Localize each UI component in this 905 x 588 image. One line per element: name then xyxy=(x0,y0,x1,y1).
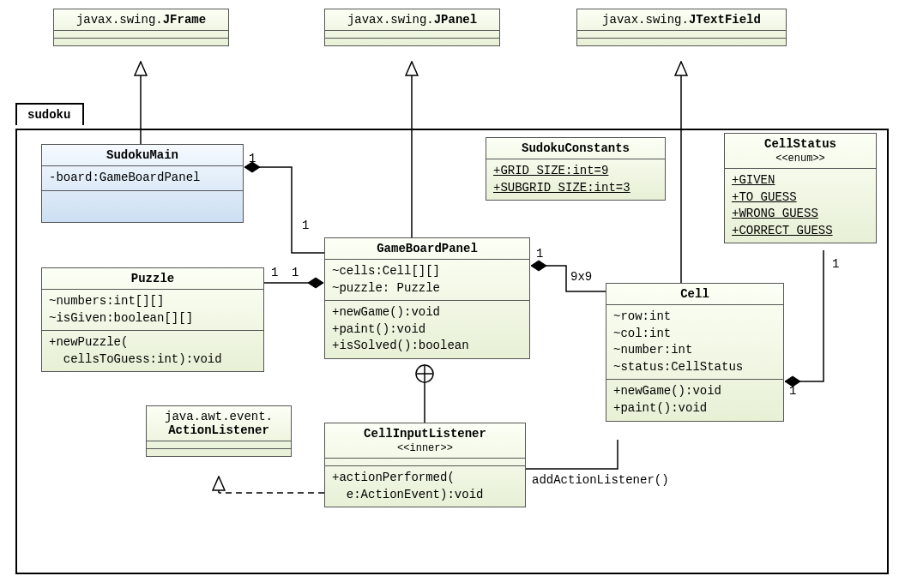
jtextfield-pkg: javax.swing. xyxy=(602,13,689,27)
class-sudokuconstants: SudokuConstants +GRID_SIZE:int=9 +SUBGRI… xyxy=(486,137,666,201)
cell-name: Cell xyxy=(680,287,709,301)
empty-section xyxy=(42,191,243,222)
jframe-pkg: javax.swing. xyxy=(76,13,163,27)
empty-section xyxy=(577,31,786,39)
gbp-ops: +newGame():void +paint():void +isSolved(… xyxy=(325,301,529,358)
cellstatus-stereo: <<enum>> xyxy=(775,153,825,165)
puzzle-name: Puzzle xyxy=(131,272,174,285)
empty-section xyxy=(147,449,291,456)
cellstatus-name: CellStatus xyxy=(764,137,836,151)
class-jtextfield: javax.swing.JTextField xyxy=(576,9,787,46)
al-cls: ActionListener xyxy=(168,423,269,437)
al-pkg: java.awt.event. xyxy=(165,410,273,423)
class-cellinputlistener: CellInputListener<<inner>> +actionPerfor… xyxy=(324,423,526,507)
empty-section xyxy=(325,39,499,45)
class-actionlistener: java.awt.event.ActionListener xyxy=(146,405,292,457)
enum-correctguess: +CORRECT_GUESS xyxy=(732,224,833,237)
cil-name: CellInputListener xyxy=(364,427,486,441)
class-sudokumain: SudokuMain -board:GameBoardPanel xyxy=(41,144,244,223)
package-name: sudoku xyxy=(27,108,70,122)
jframe-cls: JFrame xyxy=(163,13,206,27)
empty-section xyxy=(54,31,228,39)
empty-section xyxy=(325,459,525,466)
mult-gbp-cell-dst: 9x9 xyxy=(570,270,592,284)
gbp-name: GameBoardPanel xyxy=(377,242,478,255)
mult-sm-gbp-src: 1 xyxy=(249,152,256,165)
jpanel-pkg: javax.swing. xyxy=(347,13,434,27)
puzzle-ops: +newPuzzle( cellsToGuess:int):void xyxy=(42,331,263,371)
empty-section xyxy=(147,441,291,449)
cell-attrs: ~row:int ~col:int ~number:int ~status:Ce… xyxy=(606,305,783,380)
class-puzzle: Puzzle ~numbers:int[][] ~isGiven:boolean… xyxy=(41,267,264,372)
enum-wrongguess: +WRONG_GUESS xyxy=(732,207,818,220)
mult-gbp-cell-src: 1 xyxy=(536,247,543,261)
mult-gbp-puzzle-dst: 1 xyxy=(271,266,278,279)
const-gridsize: +GRID_SIZE:int=9 xyxy=(493,164,608,177)
enum-given: +GIVEN xyxy=(732,173,775,187)
class-gameboardpanel: GameBoardPanel ~cells:Cell[][] ~puzzle: … xyxy=(324,237,530,359)
empty-section xyxy=(54,39,228,45)
empty-section xyxy=(577,39,786,45)
mult-cell-status-src: 1 xyxy=(789,384,796,398)
class-jframe: javax.swing.JFrame xyxy=(53,9,229,46)
puzzle-attrs: ~numbers:int[][] ~isGiven:boolean[][] xyxy=(42,290,263,331)
sudokuconstants-name: SudokuConstants xyxy=(522,141,630,155)
empty-section xyxy=(325,31,499,39)
assoc-addactionlistener: addActionListener() xyxy=(532,473,669,487)
cil-ops: +actionPerformed( e:ActionEvent):void xyxy=(325,466,525,507)
gbp-attrs: ~cells:Cell[][] ~puzzle: Puzzle xyxy=(325,260,529,301)
const-subgridsize: +SUBGRID_SIZE:int=3 xyxy=(493,181,630,195)
enum-toguess: +TO_GUESS xyxy=(732,190,797,204)
cell-ops: +newGame():void +paint():void xyxy=(606,380,783,420)
jpanel-cls: JPanel xyxy=(434,13,477,27)
class-cell: Cell ~row:int ~col:int ~number:int ~stat… xyxy=(606,283,784,422)
mult-gbp-puzzle-src: 1 xyxy=(292,266,299,279)
mult-cell-status-dst: 1 xyxy=(832,257,839,271)
package-tab: sudoku xyxy=(15,103,84,125)
sudokumain-name: SudokuMain xyxy=(106,148,178,162)
class-jpanel: javax.swing.JPanel xyxy=(324,9,500,46)
class-cellstatus: CellStatus<<enum>> +GIVEN +TO_GUESS +WRO… xyxy=(724,133,877,243)
jtextfield-cls: JTextField xyxy=(689,13,761,27)
sudokumain-attrs: -board:GameBoardPanel xyxy=(42,166,243,191)
cellstatus-values: +GIVEN +TO_GUESS +WRONG_GUESS +CORRECT_G… xyxy=(725,169,876,243)
sudokuconstants-attrs: +GRID_SIZE:int=9 +SUBGRID_SIZE:int=3 xyxy=(486,159,665,200)
cil-stereo: <<inner>> xyxy=(397,442,453,454)
mult-sm-gbp-dst: 1 xyxy=(302,219,309,232)
